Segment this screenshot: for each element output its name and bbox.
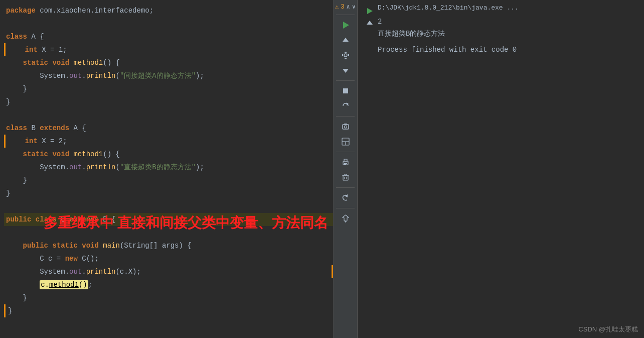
stop-button[interactable]: [338, 84, 354, 98]
up-icon: [342, 37, 349, 44]
code-line: class B extends A {: [4, 122, 333, 135]
svg-rect-20: [343, 175, 348, 180]
stop-icon: [342, 87, 349, 94]
print-icon: [342, 158, 350, 166]
wrench-icon: [342, 51, 350, 59]
svg-point-11: [344, 126, 347, 128]
snapshot-button[interactable]: [338, 120, 354, 134]
svg-rect-4: [342, 54, 343, 56]
delete-button[interactable]: [338, 170, 354, 184]
restore-icon: [342, 194, 350, 202]
svg-rect-17: [344, 159, 347, 161]
pin-icon: [342, 214, 349, 222]
scroll-up-button[interactable]: [338, 33, 354, 47]
svg-rect-22: [345, 174, 347, 175]
code-line: }: [4, 95, 333, 108]
print-button[interactable]: [338, 155, 354, 169]
toolbar: ⚠ 3 ∧ ∨: [334, 0, 358, 338]
output-path-text: D:\JDK\jdk1.8.0_212\bin\java.exe ...: [378, 4, 519, 12]
output-path-line: D:\JDK\jdk1.8.0_212\bin\java.exe ...: [378, 4, 638, 12]
code-panel: package com.xiaochen.interfacedemo; clas…: [0, 0, 334, 338]
output-run-icon[interactable]: [365, 6, 375, 16]
toolbar-separator: [336, 208, 355, 208]
code-line: class A {: [4, 30, 333, 43]
code-line: public static void main(String[] args) {: [4, 239, 333, 252]
restore-button[interactable]: [338, 191, 354, 205]
camera-icon: [342, 123, 350, 131]
toolbar-separator: [336, 116, 355, 117]
toolbar-separator: [336, 15, 355, 15]
code-line: System.out.println("间接超类A的静态方法");: [4, 69, 333, 82]
run-button[interactable]: [338, 18, 354, 32]
code-editor: package com.xiaochen.interfacedemo; clas…: [0, 0, 333, 321]
svg-rect-19: [344, 164, 346, 165]
scroll-down-button[interactable]: [338, 63, 354, 77]
code-line: [4, 108, 333, 122]
down-arrow-icon[interactable]: ∨: [352, 3, 356, 11]
trash-icon: [342, 173, 349, 181]
layout-button[interactable]: [338, 135, 354, 149]
code-line: }: [4, 82, 333, 95]
code-line-highlighted: public class C extends B {: [4, 213, 333, 226]
code-line: }: [4, 291, 333, 304]
toolbar-separator: [336, 152, 355, 152]
layout-icon: [342, 138, 350, 146]
svg-rect-12: [344, 124, 347, 125]
code-line: System.out.println(c.X);: [4, 265, 333, 278]
svg-rect-8: [343, 88, 348, 93]
settings-button[interactable]: [338, 48, 354, 62]
svg-rect-5: [348, 54, 349, 56]
svg-marker-7: [343, 69, 349, 73]
code-line: int X = 2;: [4, 135, 333, 148]
code-line: static void method1() {: [4, 148, 333, 161]
svg-marker-29: [367, 21, 373, 25]
output-panel: D:\JDK\jdk1.8.0_212\bin\java.exe ... 2 直…: [358, 0, 644, 338]
svg-marker-1: [343, 38, 349, 42]
warning-icon: ⚠: [335, 3, 339, 11]
up-arrow-icon[interactable]: ∧: [346, 3, 350, 11]
code-line: }: [4, 304, 333, 317]
output-exit-message: Process finished with exit code 0: [378, 46, 638, 54]
code-line: [4, 17, 333, 30]
svg-point-6: [344, 54, 347, 57]
output-up-icon[interactable]: [365, 18, 375, 28]
code-line: }: [4, 187, 333, 200]
code-line: package com.xiaochen.interfacedemo;: [4, 4, 333, 17]
output-content: D:\JDK\jdk1.8.0_212\bin\java.exe ... 2 直…: [378, 4, 638, 334]
code-line: [4, 200, 333, 213]
svg-rect-2: [345, 52, 347, 53]
warning-indicator[interactable]: ⚠ 3 ∧ ∨: [333, 2, 358, 12]
run-icon: [342, 21, 350, 29]
svg-rect-10: [343, 125, 349, 129]
rerun-button[interactable]: [338, 99, 354, 113]
code-line: }: [4, 174, 333, 187]
code-line-method-call: c.method1();: [4, 278, 333, 291]
output-line-2: 直接超类B的静态方法: [378, 28, 638, 40]
rerun-icon: [342, 102, 350, 110]
output-line-1: 2: [378, 16, 638, 28]
toolbar-separator: [336, 80, 355, 81]
svg-rect-16: [343, 161, 348, 165]
svg-marker-28: [367, 8, 373, 14]
code-line: System.out.println("直接超类B的静态方法");: [4, 161, 333, 174]
output-icons: [364, 4, 376, 334]
code-line: static void method1() {: [4, 56, 333, 69]
code-line: [4, 226, 333, 239]
pin-button[interactable]: [338, 211, 354, 226]
warning-count: 3: [341, 4, 344, 11]
down-icon: [342, 67, 349, 74]
code-line: C c = new C();: [4, 252, 333, 265]
toolbar-separator: [336, 187, 355, 188]
code-line: int X = 1;: [4, 43, 333, 56]
watermark-text: CSDN @扎哇太枣糕: [578, 325, 638, 334]
svg-rect-3: [345, 58, 347, 59]
svg-marker-0: [343, 22, 349, 29]
svg-rect-18: [344, 163, 347, 164]
